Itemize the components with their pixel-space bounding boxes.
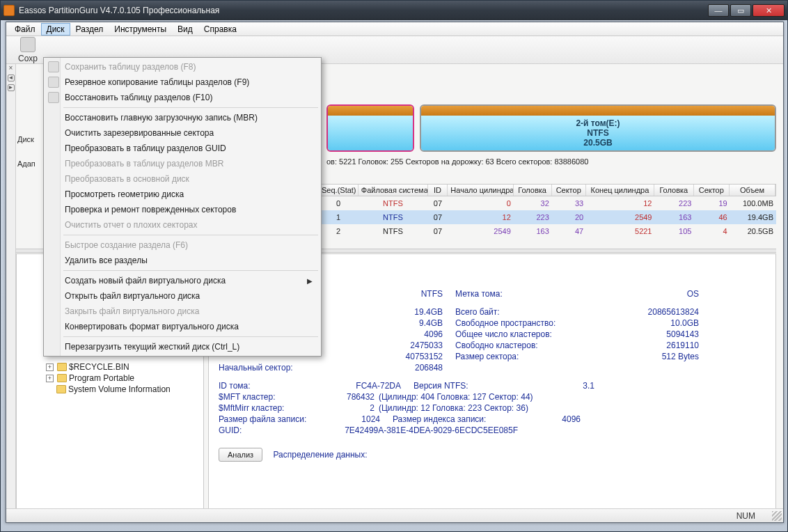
cell: 0: [318, 199, 358, 208]
folder-icon: [57, 374, 67, 382]
detail-guid-label: GUID:: [219, 425, 267, 435]
submenu-arrow-icon: ▶: [307, 277, 313, 285]
sidebar-nav-right[interactable]: ►: [8, 84, 15, 91]
col-seq[interactable]: Seq.(Stat): [319, 185, 358, 196]
cell: 2: [318, 227, 358, 235]
tree-item-label: Program Portable: [69, 373, 134, 383]
menu-partition[interactable]: Раздел: [70, 23, 109, 36]
menu-item[interactable]: Очистить зарезервированные сектора: [45, 125, 320, 141]
menu-help[interactable]: Справка: [198, 23, 242, 36]
menu-item[interactable]: Открыть файл виртуального диска: [45, 288, 320, 304]
menu-item[interactable]: Преобразовать в таблицу разделов GUID: [45, 141, 320, 156]
analyze-button[interactable]: Анализ: [219, 448, 262, 462]
detail-label: Общее число кластеров:: [455, 329, 601, 339]
detail-idx-value: 4096: [518, 414, 581, 424]
tree-item-label: $RECYCLE.BIN: [69, 362, 129, 372]
col-volume[interactable]: Объем: [730, 185, 775, 196]
menu-separator: [63, 107, 318, 108]
disk-menu-dropdown[interactable]: Сохранить таблицу разделов (F8)Резервное…: [43, 57, 322, 357]
close-button[interactable]: ✕: [752, 4, 785, 17]
cell: 4: [694, 227, 730, 235]
col-sector2[interactable]: Сектор: [694, 185, 730, 196]
maximize-button[interactable]: ▭: [730, 4, 751, 17]
cell: 105: [655, 227, 695, 235]
detail-fs-value: NTFS: [358, 289, 455, 299]
menu-item-icon: [48, 61, 59, 72]
menu-item-label: Конвертировать формат виртуального диска: [65, 322, 239, 331]
detail-start-sector-value: 206848: [358, 363, 455, 373]
menu-separator: [63, 270, 318, 271]
detail-rec-value: 1024: [337, 414, 393, 424]
col-id[interactable]: ID: [428, 185, 448, 196]
menu-item[interactable]: Создать новый файл виртуального диска▶: [45, 273, 320, 288]
cell: 19: [694, 199, 730, 208]
cell: 12: [448, 213, 514, 221]
menu-separator: [63, 235, 318, 235]
menu-file[interactable]: Файл: [9, 23, 41, 36]
partition-1[interactable]: [326, 104, 414, 152]
col-sector[interactable]: Сектор: [552, 185, 586, 196]
detail-label: Свободно кластеров:: [455, 341, 601, 350]
partition-2-title: 2-й том(E:): [576, 118, 620, 128]
detail-value: 9.4GB: [358, 318, 455, 328]
detail-vol-value: OS: [601, 289, 699, 299]
disk-geometry-line: ов: 5221 Головок: 255 Секторов на дорожк…: [326, 157, 588, 166]
menu-item[interactable]: Перезагрузить текущий жесткий диск (Ctrl…: [45, 339, 320, 354]
expand-icon[interactable]: +: [46, 375, 54, 382]
tree-item[interactable]: + $RECYCLE.BIN: [18, 361, 202, 373]
detail-guid-value: 7E42499A-381E-4DEA-9029-6ECDC5EE085F: [267, 425, 518, 435]
detail-ntfs-ver-label: Версия NTFS:: [413, 381, 532, 391]
cell: NTFS: [358, 213, 427, 221]
minimize-button[interactable]: —: [708, 4, 729, 17]
detail-id-tom-label: ID тома:: [219, 381, 309, 391]
cell: NTFS: [358, 227, 427, 235]
menu-item[interactable]: Резервное копирование таблицы разделов (…: [45, 75, 320, 90]
menu-item-label: Резервное копирование таблицы разделов (…: [65, 77, 249, 87]
menu-item[interactable]: Просмотреть геометрию диска: [45, 187, 320, 202]
menu-item-icon: [48, 77, 59, 88]
expand-icon[interactable]: +: [46, 363, 54, 371]
detail-mftmirr-label: $MftMirr кластер:: [219, 403, 309, 413]
menu-disk[interactable]: Диск: [41, 23, 70, 36]
menu-tools[interactable]: Инструменты: [109, 23, 172, 36]
tree-item-label: System Volume Information: [68, 384, 171, 394]
menu-item-label: Открыть файл виртуального диска: [65, 291, 200, 301]
menu-item[interactable]: Конвертировать формат виртуального диска: [45, 319, 320, 334]
cell: 1: [318, 213, 358, 221]
detail-label: Размер сектора:: [455, 352, 601, 361]
tree-item[interactable]: + Program Portable: [18, 373, 202, 384]
sidebar-nav-left[interactable]: ◄: [8, 75, 15, 81]
menu-item[interactable]: Восстановить таблицу разделов (F10): [45, 90, 320, 105]
toolbar-save-label: Сохр: [18, 54, 38, 63]
partition-2[interactable]: 2-й том(E:) NTFS 20.5GB: [420, 104, 776, 152]
menu-item-label: Создать новый файл виртуального диска: [65, 276, 226, 285]
menu-item-label: Очистить отчет о плохих секторах: [65, 220, 198, 230]
menu-item[interactable]: Проверка и ремонт поврежденных секторов: [45, 202, 320, 217]
col-head2[interactable]: Головка: [654, 185, 694, 196]
detail-ntfs-ver-value: 3.1: [532, 381, 594, 391]
cell: 5221: [586, 227, 654, 235]
cell: 2549: [586, 213, 654, 221]
detail-value: 2619110: [601, 341, 699, 350]
menu-item: Преобразовать в таблицу разделов MBR: [45, 156, 320, 171]
cell: 33: [552, 199, 586, 208]
col-head[interactable]: Головка: [514, 185, 552, 196]
col-start-cyl[interactable]: Начало цилиндра: [448, 185, 513, 196]
toolbar-save[interactable]: Сохр: [10, 37, 45, 63]
menu-item-icon: [48, 92, 59, 103]
sidebar-close-icon[interactable]: ×: [6, 64, 15, 72]
menu-item: Закрыть файл виртуального диска: [45, 304, 320, 319]
col-fs[interactable]: Файловая система: [358, 185, 428, 196]
detail-label: Всего байт:: [455, 307, 601, 317]
detail-vol-label: Метка тома:: [455, 289, 601, 299]
detail-mft-loc: (Цилиндр: 404 Головка: 127 Сектор: 44): [379, 392, 533, 402]
col-end-cyl[interactable]: Конец цилиндра: [586, 185, 654, 196]
menu-view[interactable]: Вид: [172, 23, 198, 36]
menu-item[interactable]: Восстановить главную загрузочную запись …: [45, 110, 320, 125]
resize-grip-icon[interactable]: [772, 511, 782, 521]
tree-item[interactable]: System Volume Information: [18, 384, 202, 395]
menu-item[interactable]: Удалить все разделы: [45, 253, 320, 268]
detail-mftmirr-value: 2: [309, 403, 379, 413]
menu-item: Преобразовать в основной диск: [45, 171, 320, 187]
partition-2-size: 20.5GB: [583, 138, 612, 148]
